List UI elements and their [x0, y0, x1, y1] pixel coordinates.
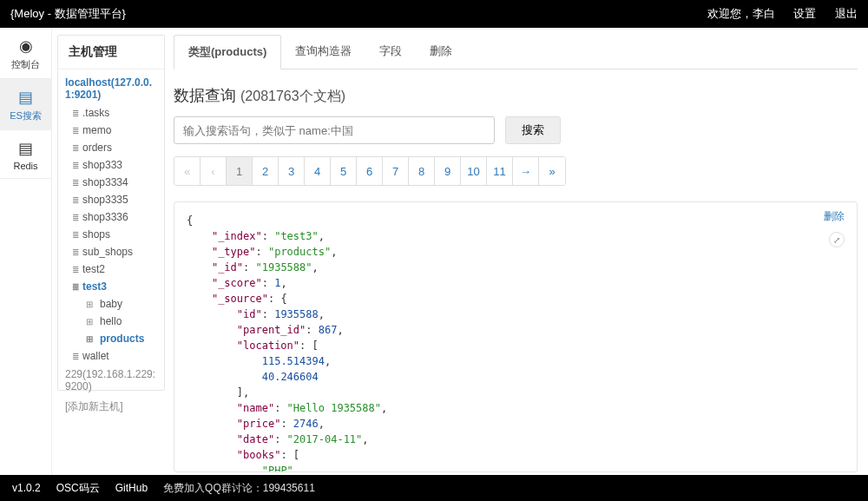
index-item[interactable]: ≣sub_shops [58, 243, 164, 260]
page-prev[interactable]: ‹ [201, 157, 227, 185]
tab[interactable]: 字段 [365, 35, 416, 69]
result-card: 删除 ⤢ { "_index": "test3", "_type": "prod… [174, 201, 858, 472]
database-icon: ▤ [0, 88, 51, 107]
db-icon: ≣ [72, 213, 79, 222]
db-icon: ≣ [72, 143, 79, 153]
db-icon: ≣ [72, 265, 79, 274]
index-item[interactable]: ≣test2 [58, 260, 164, 278]
table-icon [86, 333, 96, 345]
page-number[interactable]: 2 [253, 157, 279, 185]
host-localhost[interactable]: localhost(127.0.0.1:9201) [58, 73, 164, 104]
type-item[interactable]: products [58, 330, 164, 347]
db-icon: ≣ [72, 282, 79, 292]
host-229[interactable]: 229(192.168.1.229:9200) [58, 365, 164, 396]
delete-doc-link[interactable]: 删除 [824, 209, 845, 224]
welcome-text: 欢迎您，李白 [707, 7, 775, 20]
nav-redis[interactable]: ▤ Redis [0, 130, 51, 179]
page-number[interactable]: 5 [331, 157, 357, 185]
page-number[interactable]: 10 [461, 157, 487, 185]
sidebar-title: 主机管理 [58, 36, 164, 69]
db-icon: ≣ [72, 352, 79, 361]
sidebar: 主机管理 localhost(127.0.0.1:9201)≣.tasks≣me… [52, 28, 165, 475]
table-icon [86, 298, 96, 310]
index-item[interactable]: ≣memo [58, 122, 164, 139]
database-icon: ▤ [0, 139, 51, 158]
json-output: { "_index": "test3", "_type": "products"… [187, 213, 845, 472]
tab[interactable]: 查询构造器 [281, 35, 365, 69]
page-number[interactable]: 6 [357, 157, 383, 185]
db-icon: ≣ [72, 195, 79, 205]
page-number[interactable]: 4 [305, 157, 331, 185]
index-item[interactable]: ≣shop3336 [58, 208, 164, 226]
type-item[interactable]: baby [58, 295, 164, 313]
db-icon: ≣ [72, 161, 79, 170]
page-number[interactable]: 8 [409, 157, 435, 185]
table-icon [86, 315, 96, 327]
footer-link-osc[interactable]: OSC码云 [56, 481, 100, 496]
settings-link[interactable]: 设置 [793, 7, 816, 20]
add-host[interactable]: [添加新主机] [58, 396, 164, 418]
pagination: «‹1234567891011→» [174, 156, 566, 186]
db-icon: ≣ [72, 178, 79, 188]
page-number[interactable]: 9 [435, 157, 461, 185]
page-first[interactable]: « [174, 157, 201, 185]
footer-qq: 免费加入QQ群讨论：199435611 [163, 481, 315, 496]
app-title: {Meloy - 数据管理平台} [10, 6, 692, 22]
left-nav: ◉ 控制台 ▤ ES搜索 ▤ Redis [0, 28, 52, 475]
search-button[interactable]: 搜索 [505, 116, 561, 144]
tab[interactable]: 删除 [416, 35, 466, 69]
index-item[interactable]: ≣orders [58, 139, 164, 156]
db-icon: ≣ [72, 109, 79, 118]
page-number[interactable]: 11 [487, 157, 513, 185]
expand-icon[interactable]: ⤢ [829, 232, 845, 247]
type-item[interactable]: hello [58, 313, 164, 330]
page-heading: 数据查询 (2081763个文档) [174, 85, 858, 106]
index-item[interactable]: ≣shop3335 [58, 191, 164, 208]
nav-console[interactable]: ◉ 控制台 [0, 28, 51, 79]
page-last[interactable]: » [539, 157, 565, 185]
index-item-active[interactable]: ≣test3 [58, 278, 164, 295]
logout-link[interactable]: 退出 [835, 7, 858, 20]
page-number[interactable]: 7 [383, 157, 409, 185]
nav-es-search[interactable]: ▤ ES搜索 [0, 79, 51, 130]
index-item[interactable]: ≣shop333 [58, 156, 164, 174]
db-icon: ≣ [72, 247, 79, 257]
index-item[interactable]: ≣shop3334 [58, 174, 164, 191]
page-number[interactable]: 3 [279, 157, 305, 185]
db-icon: ≣ [72, 126, 79, 135]
version: v1.0.2 [12, 482, 41, 494]
page-number[interactable]: 1 [227, 157, 253, 185]
dashboard-icon: ◉ [0, 36, 51, 56]
footer: v1.0.2 OSC码云 GitHub 免费加入QQ群讨论：199435611 [0, 475, 868, 501]
index-item[interactable]: ≣wallet [58, 347, 164, 365]
index-item[interactable]: ≣shops [58, 226, 164, 243]
content: 类型(products)查询构造器字段删除 数据查询 (2081763个文档) … [165, 28, 868, 475]
search-input[interactable] [174, 116, 495, 144]
index-item[interactable]: ≣.tasks [58, 104, 164, 122]
tab[interactable]: 类型(products) [174, 35, 281, 69]
page-next[interactable]: → [513, 157, 539, 185]
footer-link-github[interactable]: GitHub [115, 482, 148, 494]
topbar: {Meloy - 数据管理平台} 欢迎您，李白 设置 退出 [0, 0, 868, 28]
db-icon: ≣ [72, 230, 79, 240]
tabs: 类型(products)查询构造器字段删除 [174, 35, 858, 69]
